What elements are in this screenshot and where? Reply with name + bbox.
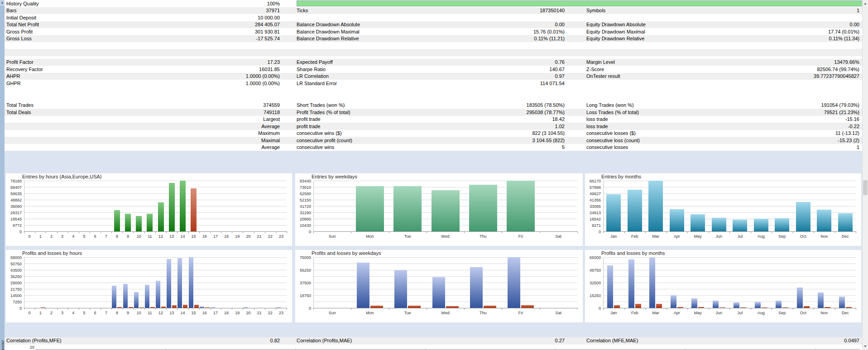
gridline — [603, 257, 856, 258]
stat-side-label: Maximum — [258, 130, 280, 136]
stat-row[interactable]: Largestprofit trade18.42loss trade-15.16 — [5, 116, 863, 123]
stat-label: consecutive loss (count) — [586, 138, 640, 143]
stat-value: 0.00 — [850, 22, 859, 27]
stat-value: 15.76 (0.01%) — [533, 29, 565, 34]
stat-label: LR Standard Error — [297, 81, 337, 86]
x-tick-label: 5 — [79, 234, 90, 239]
x-tick — [624, 308, 625, 310]
x-tick-label: 3 — [57, 311, 68, 315]
stat-label: Initial Deposit — [6, 15, 36, 20]
x-tick-label: 13 — [166, 234, 177, 239]
stat-row[interactable]: Maximumconsecutive wins ($)822 (3 104.55… — [5, 130, 863, 137]
x-tick — [90, 231, 90, 233]
gridline — [24, 212, 287, 213]
stat-row[interactable]: Profit Factor17.23Expected Payoff0.76Mar… — [5, 59, 863, 66]
stat-label: Symbols — [586, 8, 605, 13]
chart-panel: Entries by hours (Asia,Europe,USA)097721… — [6, 173, 292, 246]
separator-row — [5, 49, 863, 56]
x-tick — [177, 231, 177, 233]
x-tick — [287, 308, 287, 310]
x-tick-label: May — [687, 311, 709, 315]
stat-label: Profit Factor — [6, 59, 34, 65]
x-tick — [221, 231, 221, 233]
y-tick-label: 0 — [6, 306, 22, 311]
stat-value: 79521 (21.23%) — [824, 110, 859, 115]
strategy-tester-tab[interactable]: Strategy Tester — [0, 340, 5, 350]
stat-row[interactable]: Total Net Profit284 405.07Balance Drawdo… — [5, 21, 863, 29]
stat-row[interactable]: Bars37971Ticks187350140Symbols1 — [5, 7, 863, 14]
x-tick-label: Sat — [540, 311, 577, 315]
y-axis-line — [24, 257, 24, 308]
scrollbar-thumb[interactable] — [863, 180, 868, 195]
stat-row[interactable]: Initial Deposit10 000.00 — [5, 14, 863, 21]
x-tick-label: 15 — [188, 234, 199, 239]
bar — [393, 186, 422, 231]
x-tick — [540, 308, 540, 310]
stat-value: 82506.74 (99.74%) — [817, 67, 859, 72]
bar — [818, 292, 824, 308]
x-tick — [389, 231, 389, 233]
stat-row[interactable]: Total Trades374559Short Trades (won %)18… — [5, 102, 863, 109]
x-tick — [144, 308, 145, 310]
stat-row[interactable]: Maximalconsecutive profit (count)3 104.5… — [5, 137, 863, 144]
chart-panel: Profits and losses by weekdays0187503750… — [295, 250, 583, 322]
x-tick — [134, 308, 134, 310]
stat-row[interactable]: Averageconsecutive wins5consecutive loss… — [5, 144, 863, 151]
bar — [796, 202, 810, 231]
y-tick-label: 7250 — [6, 300, 22, 304]
x-tick — [772, 231, 772, 233]
stat-label: profit trade — [297, 116, 321, 122]
x-tick-label: 23 — [276, 311, 287, 315]
stat-row[interactable]: History Quality100% — [5, 0, 863, 7]
bar — [180, 181, 186, 231]
gridline — [313, 283, 577, 283]
x-tick — [687, 231, 688, 233]
chart-title: Profits and losses by months — [601, 250, 665, 256]
stat-row[interactable]: Gross Loss-17 525.74Balance Drawdown Rel… — [5, 35, 863, 43]
stat-value: 374559 — [263, 102, 280, 108]
bar — [156, 281, 160, 308]
stat-label: Total Deals — [6, 110, 31, 115]
x-tick — [134, 231, 134, 233]
bar — [671, 295, 676, 308]
chart-title: Profits and losses by hours — [22, 250, 82, 256]
x-tick-label: Mar — [645, 234, 667, 239]
correlation-row[interactable]: Correlation (Profits,MFE)0.82Correlation… — [5, 337, 863, 345]
stat-row[interactable]: GHPR1.0000 (0.00%)LR Standard Error114 0… — [5, 80, 863, 87]
y-tick-label: 31290 — [295, 211, 311, 215]
x-tick — [276, 231, 276, 233]
stat-row[interactable]: Total Deals749118Profit Trades (% of tot… — [5, 109, 863, 116]
x-tick — [856, 231, 856, 233]
close-icon[interactable]: x — [0, 0, 5, 6]
bar — [649, 258, 655, 308]
vertical-scrollbar[interactable] — [862, 0, 868, 350]
scroll-down-button[interactable] — [863, 343, 868, 350]
x-tick-label: 1 — [35, 311, 46, 315]
chart-title: Profits and losses by weekdays — [312, 250, 381, 256]
x-tick-label: Mon — [351, 234, 388, 239]
y-tick-label: 48862 — [6, 198, 22, 202]
bar — [177, 258, 182, 308]
x-tick — [166, 308, 167, 310]
bar — [432, 190, 460, 231]
y-tick-label: 10430 — [295, 223, 311, 228]
x-tick-label: 21 — [254, 311, 265, 315]
stat-value: 1.0000 (0.00%) — [246, 73, 280, 79]
stat-side-label: Average — [261, 124, 280, 129]
stat-row[interactable]: Averageprofit trade1.02loss trade-0.22 — [5, 123, 863, 130]
stat-row[interactable]: Recovery Factor16031.85Sharpe Ratio140.6… — [5, 66, 863, 73]
y-axis-line — [313, 257, 314, 308]
y-tick-label: 29000 — [6, 281, 22, 285]
x-tick-label: 4 — [68, 311, 79, 315]
x-tick-label: 21 — [254, 234, 265, 239]
stat-row[interactable]: AHPR1.0000 (0.00%)LR Correlation0.97OnTe… — [5, 73, 863, 80]
stat-row[interactable]: Gross Profit301 930.81Balance Drawdown M… — [5, 28, 863, 35]
x-tick — [155, 231, 156, 233]
stat-value: 0.11% (11.34) — [829, 36, 859, 41]
x-tick-label: 2 — [46, 234, 57, 239]
bar — [712, 218, 726, 231]
stat-label: Gross Profit — [6, 29, 33, 34]
x-tick — [57, 231, 58, 233]
scroll-up-button[interactable] — [863, 0, 868, 7]
next-chart-top-line — [35, 349, 860, 350]
